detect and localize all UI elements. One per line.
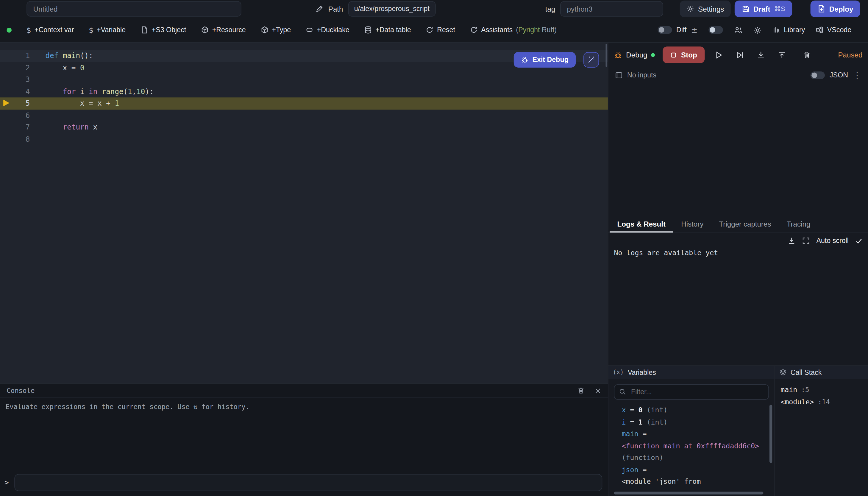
bug-icon bbox=[521, 56, 528, 64]
reset-label: Reset bbox=[437, 26, 455, 34]
path-group: Path u/alex/prosperous_script bbox=[316, 1, 436, 17]
inputs-row: No inputs JSON bbox=[609, 67, 868, 84]
json-toggle[interactable] bbox=[810, 72, 824, 79]
add-s3-object-button[interactable]: +S3 Object bbox=[141, 26, 186, 34]
download-logs-icon[interactable] bbox=[788, 237, 795, 245]
line-number: 8 bbox=[0, 133, 30, 145]
cube-icon bbox=[261, 26, 268, 34]
code-line[interactable]: 5 x = x + 1 bbox=[0, 97, 608, 109]
variable-row[interactable]: i = 1 (int) bbox=[621, 416, 774, 428]
step-into-icon[interactable] bbox=[757, 51, 765, 59]
users-icon[interactable] bbox=[734, 26, 742, 34]
add-ducklake-label: +Ducklake bbox=[317, 26, 349, 34]
tab-trigger-captures[interactable]: Trigger captures bbox=[711, 215, 779, 233]
logs-tabs: Logs & ResultHistoryTrigger capturesTrac… bbox=[609, 215, 868, 233]
stack-frame[interactable]: main :5 bbox=[780, 384, 862, 396]
add-type-button[interactable]: +Type bbox=[261, 26, 291, 34]
loop-icon bbox=[306, 26, 313, 34]
dollar-icon bbox=[27, 26, 31, 34]
trash-icon[interactable] bbox=[578, 387, 585, 394]
tab-logs-result[interactable]: Logs & Result bbox=[610, 215, 674, 233]
call-stack-header: Call Stack bbox=[775, 366, 868, 379]
tag-label: tag bbox=[545, 5, 555, 13]
deploy-button[interactable]: Deploy bbox=[810, 1, 861, 17]
variable-row[interactable]: json = bbox=[621, 464, 774, 476]
variable-row[interactable]: (function) bbox=[621, 452, 774, 464]
step-out-icon[interactable] bbox=[778, 51, 786, 59]
variable-row[interactable]: <module 'json' from bbox=[621, 476, 774, 487]
add-variable-label: +Variable bbox=[97, 26, 126, 34]
vscode-button[interactable]: VScode bbox=[816, 26, 852, 34]
vscode-icon bbox=[816, 26, 824, 34]
multiplayer-toggle[interactable] bbox=[708, 26, 723, 34]
callstack-list: main :5<module> :14 bbox=[775, 379, 868, 412]
function-icon bbox=[613, 369, 624, 376]
settings-button[interactable]: Settings bbox=[680, 1, 731, 17]
code-line[interactable]: 8 bbox=[0, 133, 608, 145]
close-icon[interactable] bbox=[595, 387, 601, 394]
stack-frame[interactable]: <module> :14 bbox=[780, 396, 862, 407]
draft-shortcut: ⌘S bbox=[774, 5, 785, 13]
expand-icon[interactable] bbox=[802, 237, 810, 245]
step-over-icon[interactable] bbox=[736, 51, 744, 59]
tab-tracing[interactable]: Tracing bbox=[779, 215, 818, 233]
assistants-button[interactable]: Assistants (Pyright Ruff) bbox=[470, 26, 557, 34]
check-icon[interactable] bbox=[855, 237, 862, 245]
add-ducklake-button[interactable]: +Ducklake bbox=[306, 26, 349, 34]
add-data-table-label: +Data table bbox=[375, 26, 411, 34]
add-resource-button[interactable]: +Resource bbox=[201, 26, 246, 34]
inputs-panel-icon bbox=[615, 72, 623, 79]
continue-icon[interactable] bbox=[715, 51, 723, 59]
script-name-input[interactable] bbox=[27, 1, 241, 17]
variables-hscrollbar[interactable] bbox=[614, 492, 763, 494]
tab-history[interactable]: History bbox=[673, 215, 711, 233]
line-number: 7 bbox=[0, 121, 30, 133]
toolbar-right-group: Diff Library VScode bbox=[658, 26, 851, 34]
stop-button[interactable]: Stop bbox=[663, 46, 705, 63]
variable-row[interactable]: <function main at 0xffffadadd6c0> bbox=[621, 440, 774, 452]
variables-filter-input[interactable] bbox=[614, 384, 769, 400]
code-line-text: x = 0 bbox=[45, 62, 84, 74]
ai-wand-button[interactable] bbox=[583, 52, 599, 67]
dollar-icon bbox=[89, 26, 93, 34]
script-path-value[interactable]: u/alex/prosperous_script bbox=[348, 1, 436, 17]
tag-input[interactable] bbox=[560, 1, 663, 17]
auto-scroll-label: Auto scroll bbox=[816, 237, 849, 245]
deploy-icon bbox=[818, 5, 825, 13]
code-line[interactable]: 3 bbox=[0, 74, 608, 86]
add-type-label: +Type bbox=[272, 26, 291, 34]
trash-icon[interactable] bbox=[803, 51, 811, 59]
code-line-text: x = x + 1 bbox=[45, 97, 119, 109]
library-button[interactable]: Library bbox=[773, 26, 805, 34]
code-line[interactable]: 6 bbox=[0, 109, 608, 121]
variables-scrollbar[interactable] bbox=[770, 405, 772, 463]
kebab-menu-icon[interactable] bbox=[853, 70, 862, 80]
console-input[interactable] bbox=[14, 474, 602, 491]
add-context-var-button[interactable]: +Context var bbox=[27, 26, 74, 34]
library-label: Library bbox=[784, 26, 805, 34]
database-icon bbox=[364, 26, 372, 34]
json-group: JSON bbox=[810, 70, 862, 80]
logs-controls: Auto scroll bbox=[609, 233, 868, 249]
code-editor[interactable]: 1def main():2 x = 034 for i in range(1,1… bbox=[0, 43, 608, 383]
variable-row[interactable]: main = bbox=[621, 428, 774, 440]
variable-row[interactable]: x = 0 (int) bbox=[621, 404, 774, 416]
add-data-table-button[interactable]: +Data table bbox=[364, 26, 411, 34]
gear-icon[interactable] bbox=[753, 26, 762, 34]
editor-scrollbar[interactable] bbox=[606, 44, 607, 67]
debug-pointer-icon bbox=[3, 100, 9, 106]
top-bar: Path u/alex/prosperous_script tag Settin… bbox=[0, 0, 868, 18]
console-hint: Evaluate expressions in the current scop… bbox=[0, 398, 608, 416]
code-line[interactable]: 7 return x bbox=[0, 121, 608, 133]
diff-toggle[interactable] bbox=[658, 26, 672, 34]
left-column: 1def main():2 x = 034 for i in range(1,1… bbox=[0, 43, 608, 496]
exit-debug-button[interactable]: Exit Debug bbox=[514, 52, 576, 67]
code-line[interactable]: 4 for i in range(1,10): bbox=[0, 86, 608, 97]
draft-label: Draft bbox=[753, 5, 770, 13]
add-variable-button[interactable]: +Variable bbox=[89, 26, 126, 34]
deploy-label: Deploy bbox=[829, 5, 853, 13]
draft-button[interactable]: Draft ⌘S bbox=[735, 1, 792, 17]
reset-button[interactable]: Reset bbox=[426, 26, 455, 34]
line-number: 3 bbox=[0, 74, 30, 86]
settings-label: Settings bbox=[698, 5, 724, 13]
